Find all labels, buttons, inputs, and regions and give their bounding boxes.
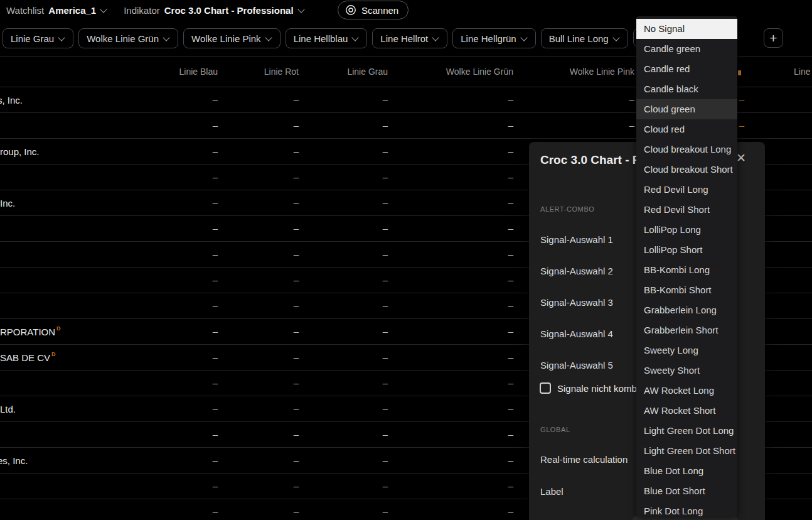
column-header-2[interactable]: Linie Grau [281,57,388,87]
cell: – [242,422,299,447]
cell: – [161,371,218,396]
dropdown-item-blue-dot-long[interactable]: Blue Dot Long [636,461,737,481]
filter-chip-label: Bull Line Long [549,33,609,44]
cell: – [161,422,218,447]
checkbox[interactable] [540,382,551,394]
dropdown-item-light-green-dot-short[interactable]: Light Green Dot Short [636,441,737,461]
cell: – [161,190,218,215]
add-filter-button[interactable]: + [764,28,783,48]
close-icon[interactable]: ✕ [736,152,746,164]
cell: – [242,268,299,293]
dropdown-item-light-green-dot-long[interactable]: Light Green Dot Long [636,421,737,441]
cell: – [457,293,513,318]
symbol-name-wrap: Ltd. [0,396,16,422]
dropdown-item-pink-dot-long[interactable]: Pink Dot Long [636,501,737,516]
symbol-name: s, Inc. [0,95,23,106]
dropdown-item-aw-rocket-short[interactable]: AW Rocket Short [636,401,737,421]
dropdown-item-cloud-breakout-long[interactable]: Cloud breakout Long [636,139,737,160]
dropdown-item-no-signal[interactable]: No Signal [636,19,737,39]
dropdown-item-candle-green[interactable]: Candle green [636,39,737,59]
dropdown-item-grabberlein-long[interactable]: Grabberlein Long [636,300,737,320]
dropdown-item-candle-black[interactable]: Candle black [636,79,737,99]
cell: – [457,190,513,215]
cell: – [242,87,299,112]
dropdown-item-aw-rocket-long[interactable]: AW Rocket Long [636,381,737,401]
dropdown-item-red-devil-short[interactable]: Red Devil Short [636,200,737,220]
cell: – [242,371,299,396]
dropdown-item-red-devil-long[interactable]: Red Devil Long [636,180,737,200]
filter-chip-label: Wolke Linie Grün [87,33,159,44]
cell: – [242,319,299,344]
cell: – [457,165,513,190]
filter-chip-label: Line Hellgrün [461,33,516,44]
filter-chip-bull-line-long[interactable]: Bull Line Long [541,28,628,48]
dropdown-item-cloud-green[interactable]: Cloud green [636,99,737,119]
cell: – [457,319,513,344]
filter-chip-line-hellrot[interactable]: Line Hellrot [372,28,447,48]
dropdown-item-sweety-short[interactable]: Sweety Short [636,360,737,381]
column-header-4[interactable]: Wolke Linie Pink [528,57,634,87]
cell: – [331,293,388,318]
cell: – [161,499,218,520]
dropdown-item-bb-kombi-long[interactable]: BB-Kombi Long [636,260,737,280]
cell: – [161,396,218,421]
chevron-down-icon [612,34,619,41]
signal-select-1-label: Signal-Auswahl 1 [540,234,613,245]
filter-chip-wolke-linie-gr-n[interactable]: Wolke Linie Grün [78,28,178,48]
cell: – [161,448,218,473]
indicator-selector[interactable]: Croc 3.0 Chart - Professional [164,5,294,16]
dropdown-item-candle-red[interactable]: Candle red [636,59,737,79]
signal-select-4-label: Signal-Auswahl 4 [540,328,613,339]
cell: – [161,474,218,499]
dropdown-item-sweety-long[interactable]: Sweety Long [636,340,737,360]
dropdown-item-cloud-red[interactable]: Cloud red [636,119,737,139]
plus-icon: + [769,31,777,45]
chevron-down-icon[interactable] [100,6,107,13]
column-header-3[interactable]: Wolke Linie Grün [407,57,513,87]
cell: – [331,371,388,396]
filter-chip-line-hellgr-n[interactable]: Line Hellgrün [452,28,535,48]
cell: – [457,396,513,421]
dropdown-item-lollipop-long[interactable]: LolliPop Long [636,220,737,240]
cell: – [331,242,388,267]
filter-chip-label: Wolke Linie Pink [191,33,261,44]
cell: – [457,87,513,112]
symbol-name-wrap: s, Inc. [0,87,23,113]
dropdown-item-bb-kombi-short[interactable]: BB-Kombi Short [636,280,737,300]
cell: – [242,242,299,267]
dropdown-item-cloud-breakout-short[interactable]: Cloud breakout Short [636,160,737,180]
cell: – [457,371,513,396]
cell: – [242,345,299,370]
cell: – [161,268,218,293]
filter-chip-wolke-linie-pink[interactable]: Wolke Linie Pink [183,28,280,48]
scan-button[interactable]: Scannen [338,1,409,19]
chevron-down-icon [520,34,527,41]
cell: – [242,293,299,318]
column-header-clipped[interactable]: Line [794,57,812,87]
cell: – [242,448,299,473]
watchlist-selector[interactable]: America_1 [48,5,96,16]
symbol-name: Inc. [0,198,15,209]
dropdown-item-lollipop-short[interactable]: LolliPop Short [636,240,737,260]
filter-chip-label: Line Hellrot [380,33,428,44]
dropdown-item-blue-dot-short[interactable]: Blue Dot Short [636,481,737,501]
symbol-name-wrap: Inc. [0,190,15,216]
dropdown-item-grabberlein-short[interactable]: Grabberlein Short [636,320,737,340]
filter-chip-linie-grau[interactable]: Linie Grau [3,28,73,48]
cell: – [331,396,388,421]
signal-select-dropdown: No SignalCandle greenCandle redCandle bl… [636,16,737,516]
filter-chip-label: Line Hellblau [294,33,348,44]
cell: – [242,165,299,190]
section-heading-alert-combo: ALERT-COMBO [540,205,594,213]
cell: – [331,422,388,447]
screener-app: Watchlist America_1 Indikator Croc 3.0 C… [0,0,812,520]
cell: – [457,474,513,499]
chevron-down-icon[interactable] [297,6,304,13]
cell: – [331,216,388,241]
cell: – [331,345,388,370]
symbol-flag: D [56,325,61,332]
symbol-name: SAB DE CV [0,352,50,363]
cell: – [457,139,513,164]
cell: – [242,190,299,215]
filter-chip-line-hellblau[interactable]: Line Hellblau [286,28,368,48]
